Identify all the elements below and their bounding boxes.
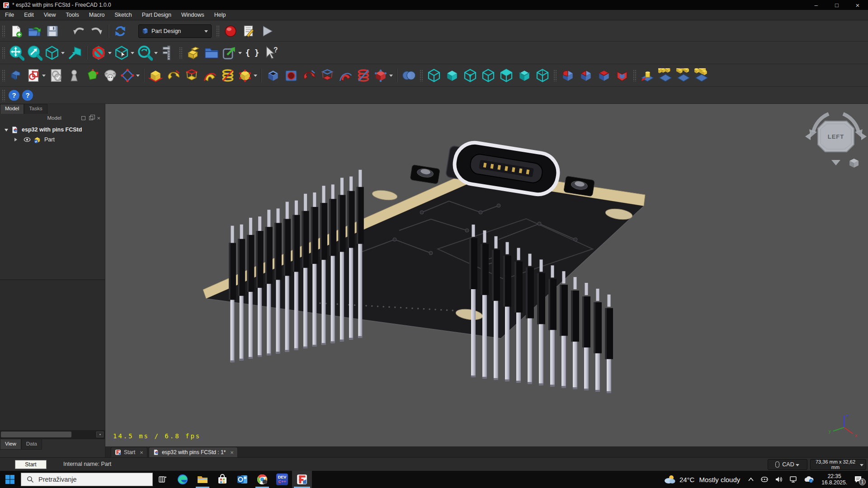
groove-button[interactable] (300, 66, 318, 84)
toolbar-grip[interactable] (216, 25, 220, 37)
toolbar-grip[interactable] (2, 89, 5, 101)
transform-6-button[interactable] (515, 66, 533, 84)
part-simple-copy-button[interactable] (184, 44, 203, 62)
help-whats-this-button[interactable]: ? (21, 89, 34, 102)
additive-helix-button[interactable] (219, 66, 237, 84)
wizard-sprocket-button[interactable] (675, 66, 693, 84)
tab-data[interactable]: Data (21, 439, 42, 450)
expand-arrow-icon[interactable] (14, 138, 19, 141)
menu-sketch[interactable]: Sketch (110, 10, 137, 19)
multitransform-button[interactable] (533, 66, 552, 84)
transform-5-button[interactable] (497, 66, 515, 84)
weather-widget[interactable]: 24°C Mostly cloudy (659, 474, 745, 484)
rotate-down-arrow-icon[interactable] (831, 160, 840, 165)
toolbar-grip[interactable] (2, 47, 5, 59)
rotate-left-arrow-icon[interactable] (805, 133, 811, 140)
macro-play-button[interactable] (258, 22, 276, 40)
menu-help[interactable]: Help (209, 10, 231, 19)
measure-button[interactable] (159, 44, 177, 62)
navigation-cube[interactable]: LEFT (805, 114, 867, 168)
tray-expand-chevron-icon[interactable] (748, 477, 754, 482)
subtractive-sweep-button[interactable] (336, 66, 354, 84)
macro-record-button[interactable] (222, 22, 240, 40)
linear-pattern-button[interactable] (443, 66, 461, 84)
chamfer-button[interactable] (577, 66, 595, 84)
macro-edit-button[interactable] (240, 22, 258, 40)
view-fit-selection-button[interactable] (25, 44, 43, 62)
hole-button[interactable] (282, 66, 300, 84)
pad-button[interactable] (146, 66, 165, 84)
create-datum-button[interactable] (119, 66, 141, 84)
expand-arrow-icon[interactable] (5, 129, 8, 133)
maximize-button[interactable]: □ (826, 0, 847, 10)
additive-primitive-button[interactable] (237, 66, 259, 84)
clone-button[interactable] (101, 66, 119, 84)
whats-this-button[interactable]: ? (261, 44, 279, 62)
group-button[interactable] (203, 44, 221, 62)
toolbar-grip[interactable] (2, 70, 5, 81)
subtractive-helix-button[interactable] (354, 66, 373, 84)
volume-icon[interactable] (775, 476, 783, 483)
menu-file[interactable]: File (0, 10, 19, 19)
shapebinder-button[interactable] (83, 66, 101, 84)
nav-cube-face-label[interactable]: LEFT (828, 133, 844, 140)
undo-button[interactable] (70, 22, 88, 40)
search-input[interactable]: Pretraživanje (21, 473, 153, 486)
minimize-button[interactable]: – (806, 0, 826, 10)
wizard-cubes-button[interactable] (693, 66, 711, 84)
toolbar-grip[interactable] (553, 70, 557, 81)
menu-tools[interactable]: Tools (61, 10, 84, 19)
store-button[interactable] (212, 471, 232, 488)
outlook-button[interactable] (232, 471, 252, 488)
subtractive-primitive-button[interactable] (373, 66, 394, 84)
mini-cube-icon[interactable] (849, 159, 859, 168)
navigation-style-selector[interactable]: CAD (768, 459, 807, 470)
polar-pattern-button[interactable] (461, 66, 479, 84)
create-sketch-button[interactable] (25, 66, 47, 84)
tab-tasks[interactable]: Tasks (24, 104, 47, 114)
panel-float-icon[interactable] (81, 116, 85, 120)
export-button[interactable] (221, 44, 243, 62)
screen-cast-icon[interactable] (760, 476, 769, 483)
network-icon[interactable] (789, 476, 797, 483)
start-button[interactable] (0, 471, 20, 488)
sweep-button[interactable] (201, 66, 219, 84)
selection-view-button[interactable] (113, 44, 136, 62)
expression-button[interactable]: { } (243, 44, 261, 62)
tab-start-page[interactable]: Start × (111, 447, 147, 457)
devcpp-button[interactable]: DEV C++ (272, 471, 292, 488)
revolution-button[interactable] (165, 66, 183, 84)
wizard-gear-button[interactable] (656, 66, 675, 84)
mirrored-button[interactable] (425, 66, 443, 84)
menu-windows[interactable]: Windows (176, 10, 209, 19)
tree-item-document[interactable]: esp32 with pins FCStd (0, 125, 105, 135)
loft-button[interactable] (183, 66, 201, 84)
panel-close-icon[interactable]: × (97, 115, 100, 122)
clock-widget[interactable]: 22:35 16.8.2025. (821, 473, 847, 486)
boolean-button[interactable] (400, 66, 418, 84)
panel-restore-icon[interactable] (89, 116, 93, 120)
close-tab-icon[interactable]: × (140, 449, 143, 456)
file-explorer-button[interactable] (193, 471, 212, 488)
thickness-button[interactable] (613, 66, 631, 84)
zoom-to-selection-button[interactable] (66, 44, 84, 62)
scaled-button[interactable] (479, 66, 497, 84)
zoom-tools-button[interactable] (136, 44, 159, 62)
close-button[interactable]: × (847, 0, 868, 10)
menu-view[interactable]: View (39, 10, 61, 19)
tree-item-part[interactable]: Part (0, 135, 105, 145)
toolbar-grip[interactable] (420, 70, 423, 81)
tab-document[interactable]: esp32 with pins FCStd : 1* × (149, 447, 238, 457)
task-view-button[interactable] (153, 471, 173, 488)
toolbar-grip[interactable] (179, 47, 183, 59)
unit-dimension-selector[interactable]: 73,36 mm x 32,62 mm (810, 459, 866, 470)
subtractive-loft-button[interactable] (318, 66, 336, 84)
wizard-shaft-button[interactable] (638, 66, 656, 84)
notification-center-button[interactable]: 1 (854, 475, 863, 483)
toolbar-grip[interactable] (2, 25, 5, 37)
menu-partdesign[interactable]: Part Design (137, 10, 176, 19)
file-save-button[interactable] (43, 22, 61, 40)
file-open-button[interactable] (25, 22, 43, 40)
view-axonometric-button[interactable] (43, 44, 66, 62)
rotate-right-arrow-icon[interactable] (861, 133, 867, 140)
